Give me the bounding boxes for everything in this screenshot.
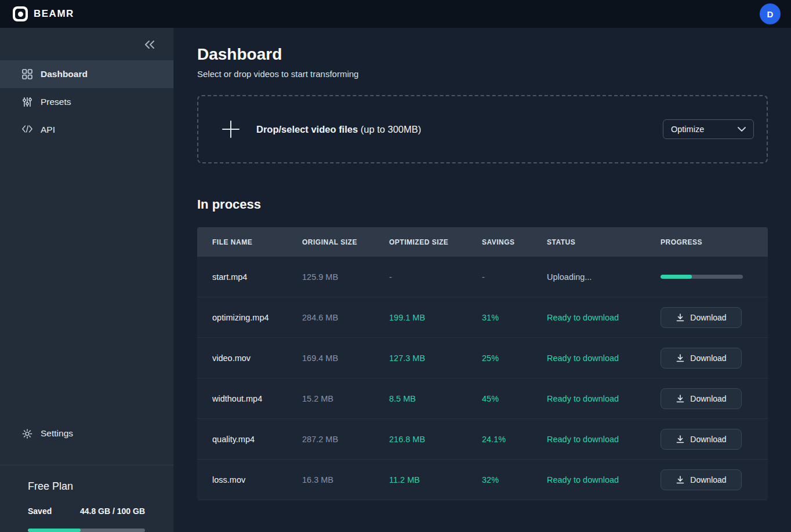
plan-saved-label: Saved bbox=[28, 507, 52, 516]
beamr-logo-icon bbox=[13, 6, 28, 21]
brand: BEAMR bbox=[13, 6, 74, 21]
progress-cell: Download bbox=[661, 469, 753, 490]
sliders-icon bbox=[22, 97, 32, 107]
optimized-size-cell: 11.2 MB bbox=[389, 475, 482, 484]
download-icon bbox=[676, 354, 685, 363]
original-size-cell: 169.4 MB bbox=[302, 354, 389, 363]
savings-cell: - bbox=[482, 272, 547, 282]
download-button[interactable]: Download bbox=[661, 429, 742, 450]
download-button[interactable]: Download bbox=[661, 307, 742, 328]
sidebar-item-dashboard[interactable]: Dashboard bbox=[0, 60, 173, 88]
sidebar-item-presets[interactable]: Presets bbox=[0, 88, 173, 116]
optimize-label: Optimize bbox=[671, 125, 704, 134]
download-label: Download bbox=[690, 435, 726, 444]
plan-progress-bar bbox=[28, 529, 145, 532]
dropzone-label: Drop/select video files (up to 300MB) bbox=[256, 124, 421, 135]
download-icon bbox=[676, 313, 685, 322]
sidebar-item-label: Dashboard bbox=[41, 69, 88, 79]
column-header-status: STATUS bbox=[547, 238, 661, 246]
in-process-title: In process bbox=[197, 197, 768, 212]
savings-cell: 32% bbox=[482, 475, 547, 484]
sidebar-item-settings[interactable]: Settings bbox=[0, 420, 173, 447]
download-icon bbox=[676, 435, 685, 444]
sidebar-collapse-button[interactable] bbox=[141, 37, 158, 52]
savings-cell: 25% bbox=[482, 354, 547, 363]
progress-cell: Download bbox=[661, 307, 753, 328]
dropzone[interactable]: Drop/select video files (up to 300MB) Op… bbox=[197, 95, 768, 163]
savings-cell: 31% bbox=[482, 313, 547, 322]
file-name-cell: video.mov bbox=[212, 354, 302, 363]
column-header-optimized-size: OPTIMIZED SIZE bbox=[389, 238, 482, 246]
optimized-size-cell: 216.8 MB bbox=[389, 435, 482, 444]
sidebar-item-label: Settings bbox=[41, 428, 73, 439]
status-cell: Ready to download bbox=[547, 394, 661, 403]
code-icon bbox=[22, 125, 32, 135]
sidebar-item-api[interactable]: API bbox=[0, 116, 173, 144]
upload-progress-fill bbox=[661, 275, 692, 279]
status-cell: Ready to download bbox=[547, 435, 661, 444]
plan-saved: Saved 44.8 GB / 100 GB bbox=[28, 507, 145, 516]
plus-icon bbox=[220, 119, 241, 140]
download-label: Download bbox=[690, 394, 726, 403]
sidebar-nav: Dashboard Presets API bbox=[0, 60, 173, 144]
table-row: widthout.mp4 15.2 MB 8.5 MB 45% Ready to… bbox=[197, 378, 768, 419]
download-button[interactable]: Download bbox=[661, 469, 742, 490]
plan-name: Free Plan bbox=[28, 480, 146, 493]
gear-icon bbox=[22, 428, 32, 439]
column-header-progress: PROGRESS bbox=[661, 238, 753, 246]
table-row: video.mov 169.4 MB 127.3 MB 25% Ready to… bbox=[197, 338, 768, 378]
table-row: optimizing.mp4 284.6 MB 199.1 MB 31% Rea… bbox=[197, 297, 768, 338]
download-icon bbox=[676, 394, 685, 403]
original-size-cell: 16.3 MB bbox=[302, 475, 389, 484]
original-size-cell: 284.6 MB bbox=[302, 313, 389, 322]
plan-saved-value: 44.8 GB / 100 GB bbox=[80, 507, 145, 516]
original-size-cell: 287.2 MB bbox=[302, 435, 389, 444]
original-size-cell: 125.9 MB bbox=[302, 272, 389, 282]
status-cell: Ready to download bbox=[547, 313, 661, 322]
progress-cell: Download bbox=[661, 348, 753, 369]
column-header-file-name: FILE NAME bbox=[212, 238, 302, 246]
download-label: Download bbox=[690, 354, 726, 363]
table-row: loss.mov 16.3 MB 11.2 MB 32% Ready to do… bbox=[197, 460, 768, 500]
original-size-cell: 15.2 MB bbox=[302, 394, 389, 403]
table-body: start.mp4 125.9 MB - - Uploading... opti… bbox=[197, 257, 768, 500]
progress-cell: Download bbox=[661, 429, 753, 450]
double-chevron-left-icon bbox=[144, 40, 155, 49]
download-button[interactable]: Download bbox=[661, 348, 742, 369]
table-row: start.mp4 125.9 MB - - Uploading... bbox=[197, 257, 768, 297]
page-title: Dashboard bbox=[197, 45, 768, 64]
upload-progress-bar bbox=[661, 275, 743, 279]
table-row: quality.mp4 287.2 MB 216.8 MB 24.1% Read… bbox=[197, 419, 768, 460]
status-cell: Ready to download bbox=[547, 354, 661, 363]
brand-name: BEAMR bbox=[34, 8, 74, 20]
file-name-cell: start.mp4 bbox=[212, 272, 302, 282]
sidebar: Dashboard Presets API bbox=[0, 28, 174, 532]
file-name-cell: loss.mov bbox=[212, 475, 302, 484]
download-button[interactable]: Download bbox=[661, 388, 742, 409]
topbar: BEAMR D bbox=[0, 0, 791, 28]
progress-cell: Download bbox=[661, 388, 753, 409]
optimized-size-cell: 8.5 MB bbox=[389, 394, 482, 403]
column-header-original-size: ORIGINAL SIZE bbox=[302, 238, 389, 246]
status-cell: Ready to download bbox=[547, 475, 661, 484]
chevron-down-icon bbox=[738, 127, 746, 132]
sidebar-item-label: Presets bbox=[41, 97, 71, 107]
plan-panel: Free Plan Saved 44.8 GB / 100 GB bbox=[0, 465, 173, 532]
user-avatar[interactable]: D bbox=[760, 3, 781, 24]
column-header-savings: SAVINGS bbox=[482, 238, 547, 246]
status-cell: Uploading... bbox=[547, 272, 661, 282]
download-label: Download bbox=[690, 313, 726, 322]
progress-cell bbox=[661, 275, 753, 279]
sidebar-item-label: API bbox=[41, 125, 55, 135]
optimized-size-cell: - bbox=[389, 272, 482, 282]
plan-progress-fill bbox=[28, 529, 81, 532]
optimize-dropdown[interactable]: Optimize bbox=[663, 119, 754, 139]
page-subtitle: Select or drop videos to start transform… bbox=[197, 69, 768, 79]
optimized-size-cell: 199.1 MB bbox=[389, 313, 482, 322]
file-name-cell: optimizing.mp4 bbox=[212, 313, 302, 322]
download-label: Download bbox=[690, 475, 726, 484]
savings-cell: 24.1% bbox=[482, 435, 547, 444]
download-icon bbox=[676, 475, 685, 484]
table-header: FILE NAME ORIGINAL SIZE OPTIMIZED SIZE S… bbox=[197, 227, 768, 257]
grid-icon bbox=[22, 69, 32, 79]
